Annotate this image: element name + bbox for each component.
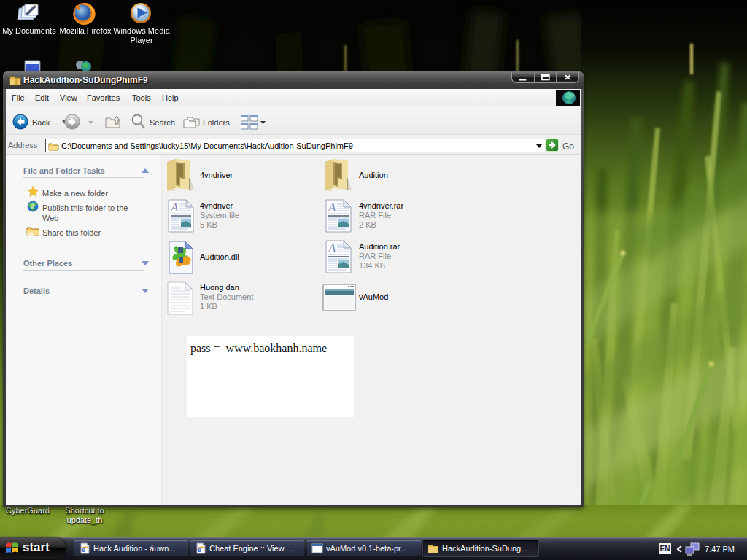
svg-text:A: A [328, 241, 336, 255]
svg-text:e: e [198, 545, 201, 553]
svg-text:A: A [328, 201, 336, 214]
svg-text:e: e [82, 545, 85, 553]
svg-text:A: A [170, 201, 179, 214]
